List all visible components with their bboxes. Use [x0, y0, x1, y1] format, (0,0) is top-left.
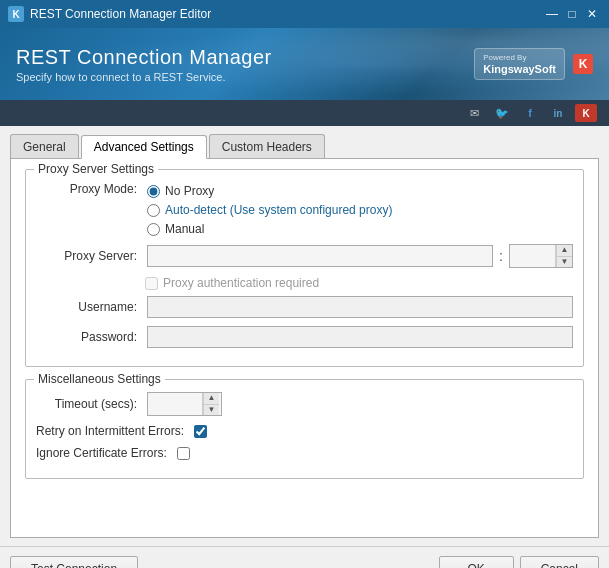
proxy-mode-group: No Proxy Auto-detect (Use system configu… [147, 184, 392, 236]
proxy-mode-manual[interactable]: Manual [147, 222, 392, 236]
timeout-down-button[interactable]: ▼ [203, 405, 219, 416]
bottom-bar: Test Connection OK Cancel [0, 546, 609, 568]
title-bar: K REST Connection Manager Editor — □ ✕ [0, 0, 609, 28]
social-row: ✉ 🐦 f in K [0, 100, 609, 126]
tab-general[interactable]: General [10, 134, 79, 158]
header-right: Powered By KingswaySoft K [474, 48, 593, 80]
username-row: Username: [36, 296, 573, 318]
timeout-label: Timeout (secs): [36, 397, 141, 411]
proxy-server-row: Proxy Server: : 0 ▲ ▼ [36, 244, 573, 268]
retry-label: Retry on Intermittent Errors: [36, 424, 188, 438]
k-social-icon[interactable]: K [575, 104, 597, 122]
powered-by-badge: Powered By KingswaySoft [474, 48, 565, 80]
username-input[interactable] [147, 296, 573, 318]
app-icon: K [8, 6, 24, 22]
retry-row: Retry on Intermittent Errors: [36, 424, 573, 438]
tab-custom-headers[interactable]: Custom Headers [209, 134, 325, 158]
proxy-mode-label: Proxy Mode: [36, 182, 141, 196]
main-content: General Advanced Settings Custom Headers… [0, 126, 609, 546]
header-text: REST Connection Manager Specify how to c… [16, 46, 272, 83]
timeout-spinner-buttons: ▲ ▼ [203, 393, 219, 415]
timeout-spinner: 120 ▲ ▼ [147, 392, 222, 416]
proxy-auth-checkbox-row[interactable]: Proxy authentication required [145, 276, 319, 290]
proxy-auth-label: Proxy authentication required [163, 276, 319, 290]
header-subtitle: Specify how to connect to a REST Service… [16, 71, 272, 83]
title-bar-left: K REST Connection Manager Editor [8, 6, 211, 22]
proxy-section: Proxy Server Settings Proxy Mode: No Pro… [25, 169, 584, 367]
settings-panel: Proxy Server Settings Proxy Mode: No Pro… [10, 158, 599, 538]
port-spinner: 0 ▲ ▼ [509, 244, 573, 268]
proxy-server-input[interactable] [147, 245, 493, 267]
ok-button[interactable]: OK [439, 556, 514, 569]
timeout-up-button[interactable]: ▲ [203, 393, 219, 405]
proxy-mode-row: Proxy Mode: No Proxy Auto-detect (Use sy… [36, 182, 573, 236]
proxy-server-label: Proxy Server: [36, 249, 141, 263]
timeout-input[interactable]: 120 [148, 393, 203, 415]
title-bar-controls: — □ ✕ [543, 5, 601, 23]
password-row: Password: [36, 326, 573, 348]
port-colon: : [499, 248, 503, 264]
cancel-button[interactable]: Cancel [520, 556, 599, 569]
ignore-cert-row: Ignore Certificate Errors: [36, 446, 573, 460]
port-up-button[interactable]: ▲ [556, 245, 572, 257]
timeout-row: Timeout (secs): 120 ▲ ▼ [36, 392, 573, 416]
misc-section-label: Miscellaneous Settings [34, 372, 165, 386]
close-button[interactable]: ✕ [583, 5, 601, 23]
misc-section: Miscellaneous Settings Timeout (secs): 1… [25, 379, 584, 479]
proxy-section-label: Proxy Server Settings [34, 162, 158, 176]
no-proxy-radio[interactable] [147, 185, 160, 198]
header-title: REST Connection Manager [16, 46, 272, 69]
email-icon[interactable]: ✉ [463, 104, 485, 122]
manual-radio[interactable] [147, 223, 160, 236]
port-down-button[interactable]: ▼ [556, 257, 572, 268]
ok-cancel-group: OK Cancel [439, 556, 599, 569]
header-banner: REST Connection Manager Specify how to c… [0, 28, 609, 100]
tab-advanced-settings[interactable]: Advanced Settings [81, 135, 207, 159]
auth-row: Proxy authentication required [145, 276, 573, 290]
brand-name: KingswaySoft [483, 63, 556, 75]
k-logo-icon: K [573, 54, 593, 74]
maximize-button[interactable]: □ [563, 5, 581, 23]
port-input[interactable]: 0 [510, 245, 556, 267]
minimize-button[interactable]: — [543, 5, 561, 23]
proxy-mode-auto-detect[interactable]: Auto-detect (Use system configured proxy… [147, 203, 392, 217]
twitter-icon[interactable]: 🐦 [491, 104, 513, 122]
port-spinner-buttons: ▲ ▼ [556, 245, 572, 267]
retry-checkbox[interactable] [194, 425, 207, 438]
powered-by-label: Powered By [483, 53, 556, 63]
facebook-icon[interactable]: f [519, 104, 541, 122]
password-input[interactable] [147, 326, 573, 348]
linkedin-icon[interactable]: in [547, 104, 569, 122]
window-title: REST Connection Manager Editor [30, 7, 211, 21]
proxy-mode-no-proxy[interactable]: No Proxy [147, 184, 392, 198]
password-label: Password: [36, 330, 141, 344]
auto-detect-radio[interactable] [147, 204, 160, 217]
username-label: Username: [36, 300, 141, 314]
tab-bar: General Advanced Settings Custom Headers [10, 134, 599, 158]
proxy-auth-checkbox[interactable] [145, 277, 158, 290]
powered-by-text-block: Powered By KingswaySoft [483, 53, 556, 75]
test-connection-button[interactable]: Test Connection [10, 556, 138, 569]
ignore-cert-label: Ignore Certificate Errors: [36, 446, 171, 460]
ignore-cert-checkbox[interactable] [177, 447, 190, 460]
